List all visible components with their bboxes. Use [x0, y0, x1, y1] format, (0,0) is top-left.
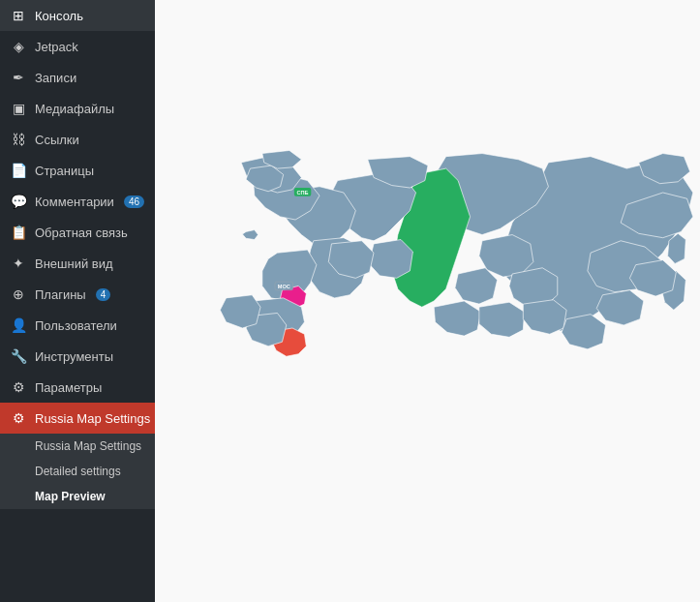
sidebar-item-appearance[interactable]: ✦ Внешний вид — [0, 248, 155, 279]
sidebar-item-label: Пользователи — [35, 318, 117, 333]
sidebar-item-label: Медиафайлы — [35, 102, 114, 116]
sidebar-item-posts[interactable]: ✒ Записи — [0, 62, 155, 93]
plugins-icon: ⊕ — [10, 286, 27, 302]
sidebar-item-pages[interactable]: 📄 Страницы — [0, 155, 155, 186]
sidebar-item-label: Russia Map Settings — [35, 411, 150, 426]
comments-icon: 💬 — [10, 194, 27, 209]
sidebar-item-plugins[interactable]: ⊕ Плагины 4 — [0, 279, 155, 310]
sidebar-item-label: Страницы — [35, 164, 94, 178]
parameters-icon: ⚙ — [10, 379, 27, 395]
sidebar-item-feedback[interactable]: 📋 Обратная связь — [0, 217, 155, 248]
submenu-map-preview[interactable]: Map Preview — [0, 484, 155, 509]
comments-badge: 46 — [124, 196, 144, 208]
media-icon: ▣ — [10, 101, 27, 116]
russia-map-icon: ⚙ — [10, 410, 27, 426]
sidebar-item-users[interactable]: 👤 Пользователи — [0, 310, 155, 341]
sidebar-item-parameters[interactable]: ⚙ Параметры — [0, 372, 155, 403]
console-icon: ⊞ — [10, 8, 27, 23]
sidebar-item-label: Параметры — [35, 380, 102, 395]
sidebar-item-label: Обратная связь — [35, 226, 128, 240]
sidebar-item-russia-map[interactable]: ⚙ Russia Map Settings — [0, 403, 155, 434]
sidebar-item-label: Внешний вид — [35, 256, 113, 271]
sidebar: ⊞ Консоль ◈ Jetpack ✒ Записи ▣ Медиафайл… — [0, 0, 155, 602]
posts-icon: ✒ — [10, 70, 27, 85]
sidebar-item-label: Записи — [35, 71, 76, 85]
sidebar-item-label: Консоль — [35, 9, 83, 23]
svg-text:СПБ: СПБ — [296, 190, 308, 196]
map-container: СПБ МОС — [155, 0, 700, 602]
submenu-detailed-settings[interactable]: Detailed settings — [0, 459, 155, 484]
links-icon: ⛓ — [10, 132, 27, 147]
sidebar-item-jetpack[interactable]: ◈ Jetpack — [0, 31, 155, 62]
sidebar-item-label: Комментарии — [35, 195, 114, 209]
svg-text:МОС: МОС — [277, 284, 289, 289]
sidebar-item-label: Инструменты — [35, 349, 113, 364]
russia-map-svg: СПБ МОС — [157, 127, 699, 475]
appearance-icon: ✦ — [10, 256, 27, 271]
sidebar-item-console[interactable]: ⊞ Консоль — [0, 0, 155, 31]
submenu: Russia Map Settings Detailed settings Ma… — [0, 434, 155, 509]
sidebar-item-label: Плагины — [35, 287, 86, 302]
users-icon: 👤 — [10, 317, 27, 333]
sidebar-item-links[interactable]: ⛓ Ссылки — [0, 124, 155, 155]
sidebar-item-comments[interactable]: 💬 Комментарии 46 — [0, 186, 155, 217]
sidebar-item-tools[interactable]: 🔧 Инструменты — [0, 341, 155, 372]
feedback-icon: 📋 — [10, 225, 27, 240]
jetpack-icon: ◈ — [10, 39, 27, 54]
submenu-russia-map-settings[interactable]: Russia Map Settings — [0, 434, 155, 459]
sidebar-item-media[interactable]: ▣ Медиафайлы — [0, 93, 155, 124]
pages-icon: 📄 — [10, 163, 27, 178]
main-content: СПБ МОС — [155, 0, 700, 602]
sidebar-item-label: Ссылки — [35, 133, 79, 147]
tools-icon: 🔧 — [10, 348, 27, 364]
plugins-badge: 4 — [96, 288, 111, 301]
sidebar-item-label: Jetpack — [35, 40, 78, 54]
